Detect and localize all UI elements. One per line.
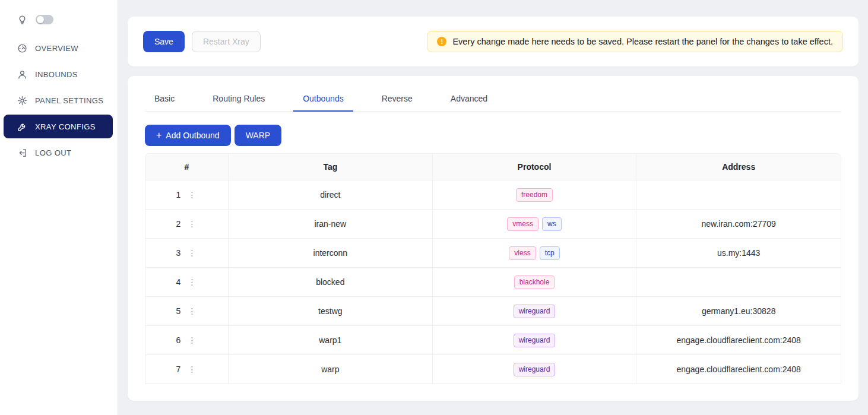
sidebar-item-label: LOG OUT: [35, 148, 71, 157]
tabs-bar: Basic Routing Rules Outbounds Reverse Ad…: [145, 87, 841, 112]
row-menu-icon[interactable]: ⋮: [186, 277, 197, 287]
sidebar: OVERVIEW INBOUNDS PANEL SETTINGS XRAY CO…: [0, 0, 118, 415]
logout-icon: [17, 148, 27, 158]
sidebar-item-label: XRAY CONFIGS: [35, 122, 96, 131]
tab-routing-rules[interactable]: Routing Rules: [203, 87, 274, 111]
warning-alert: ! Every change made here needs to be sav…: [427, 31, 843, 52]
row-menu-icon[interactable]: ⋮: [186, 306, 197, 316]
tab-reverse[interactable]: Reverse: [372, 87, 422, 111]
row-tag: warp: [229, 355, 433, 384]
sidebar-item-label: OVERVIEW: [35, 44, 78, 53]
protocol-badge: vless: [509, 246, 536, 260]
row-number: 4: [176, 277, 181, 287]
row-menu-icon[interactable]: ⋮: [186, 335, 197, 346]
row-tag: interconn: [229, 239, 433, 267]
row-number: 3: [176, 248, 181, 258]
row-protocols: freedom: [433, 180, 637, 209]
row-protocols: wireguard: [433, 326, 637, 354]
dashboard-icon: [17, 43, 27, 53]
row-tag: iran-new: [229, 210, 433, 238]
table-row: 3 ⋮ interconn vlesstcp us.my:1443: [145, 238, 841, 267]
row-protocols: wireguard: [433, 297, 637, 325]
row-address: us.my:1443: [636, 239, 841, 267]
column-header-number: #: [145, 154, 229, 180]
add-outbound-button[interactable]: + Add Outbound: [145, 125, 231, 146]
row-menu-icon[interactable]: ⋮: [186, 189, 197, 200]
warp-button[interactable]: WARP: [235, 125, 281, 146]
plus-icon: +: [156, 131, 161, 140]
xray-configs-card: Basic Routing Rules Outbounds Reverse Ad…: [128, 76, 859, 401]
column-header-address: Address: [636, 154, 841, 180]
row-number: 5: [176, 306, 181, 316]
row-address: [636, 268, 841, 296]
wrench-icon: [17, 122, 27, 132]
row-address: new.iran.com:27709: [636, 210, 841, 238]
sidebar-item-panel-settings[interactable]: PANEL SETTINGS: [0, 88, 113, 112]
row-tag: warp1: [229, 326, 433, 354]
table-row: 7 ⋮ warp wireguard engage.cloudflareclie…: [145, 354, 841, 384]
app: OVERVIEW INBOUNDS PANEL SETTINGS XRAY CO…: [0, 0, 868, 415]
theme-toggle[interactable]: [36, 15, 53, 24]
row-number-cell: 7 ⋮: [145, 355, 229, 384]
row-number: 1: [176, 190, 181, 199]
row-tag: direct: [229, 180, 433, 209]
sidebar-item-label: PANEL SETTINGS: [35, 96, 103, 105]
protocol-badge: tcp: [540, 246, 560, 260]
warning-icon: !: [437, 37, 446, 46]
table-row: 4 ⋮ blocked blackhole: [145, 267, 841, 296]
tab-advanced[interactable]: Advanced: [441, 87, 497, 111]
table-row: 5 ⋮ testwg wireguard germany1.eu:30828: [145, 296, 841, 325]
row-menu-icon[interactable]: ⋮: [186, 364, 197, 375]
table-body: 1 ⋮ direct freedom 2 ⋮ iran-new vmessws …: [145, 180, 841, 384]
row-tag: testwg: [229, 297, 433, 325]
row-address: engage.cloudflareclient.com:2408: [636, 326, 841, 354]
column-header-protocol: Protocol: [433, 154, 637, 180]
protocol-badge: vmess: [507, 217, 538, 231]
table-header-row: # Tag Protocol Address: [145, 154, 841, 180]
table-row: 1 ⋮ direct freedom: [145, 180, 841, 209]
sidebar-item-log-out[interactable]: LOG OUT: [0, 141, 113, 164]
outbounds-table: # Tag Protocol Address 1 ⋮ direct freedo…: [145, 153, 841, 384]
row-protocols: vlesstcp: [433, 239, 637, 267]
sidebar-item-xray-configs[interactable]: XRAY CONFIGS: [4, 115, 113, 138]
row-menu-icon[interactable]: ⋮: [186, 218, 197, 229]
restart-xray-button[interactable]: Restart Xray: [192, 31, 261, 52]
row-protocols: vmessws: [433, 210, 637, 238]
row-address: [636, 180, 841, 209]
save-bar-card: Save Restart Xray ! Every change made he…: [128, 17, 859, 66]
user-icon: [17, 69, 27, 80]
sidebar-nav: OVERVIEW INBOUNDS PANEL SETTINGS XRAY CO…: [0, 36, 118, 164]
column-header-tag: Tag: [229, 154, 433, 180]
row-address: engage.cloudflareclient.com:2408: [636, 355, 841, 384]
protocol-badge: freedom: [516, 188, 553, 202]
save-button-group: Save Restart Xray: [143, 31, 261, 52]
tab-outbounds[interactable]: Outbounds: [293, 87, 353, 112]
row-protocols: blackhole: [433, 268, 637, 296]
protocol-badge: wireguard: [514, 334, 556, 347]
protocol-badge: wireguard: [514, 305, 556, 318]
row-number: 2: [176, 219, 181, 229]
save-button[interactable]: Save: [143, 31, 185, 52]
row-number-cell: 1 ⋮: [145, 180, 229, 209]
add-outbound-label: Add Outbound: [166, 129, 219, 141]
row-menu-icon[interactable]: ⋮: [186, 248, 197, 258]
alert-text: Every change made here needs to be saved…: [452, 37, 833, 46]
sidebar-item-overview[interactable]: OVERVIEW: [0, 36, 113, 60]
row-number-cell: 6 ⋮: [145, 326, 229, 354]
tab-basic[interactable]: Basic: [145, 87, 184, 111]
row-number: 7: [176, 365, 181, 374]
row-protocols: wireguard: [433, 355, 637, 384]
theme-row: [0, 5, 118, 34]
gear-icon: [17, 96, 27, 106]
protocol-badge: wireguard: [514, 363, 556, 376]
toggle-knob: [37, 16, 44, 23]
row-tag: blocked: [229, 268, 433, 296]
main-content: Save Restart Xray ! Every change made he…: [118, 0, 868, 415]
table-row: 6 ⋮ warp1 wireguard engage.cloudflarecli…: [145, 325, 841, 354]
lightbulb-icon: [17, 15, 27, 25]
protocol-badge: blackhole: [514, 275, 555, 289]
row-number-cell: 2 ⋮: [145, 210, 229, 238]
sidebar-item-inbounds[interactable]: INBOUNDS: [0, 62, 113, 86]
outbound-actions: + Add Outbound WARP: [145, 125, 841, 146]
row-address: germany1.eu:30828: [636, 297, 841, 325]
